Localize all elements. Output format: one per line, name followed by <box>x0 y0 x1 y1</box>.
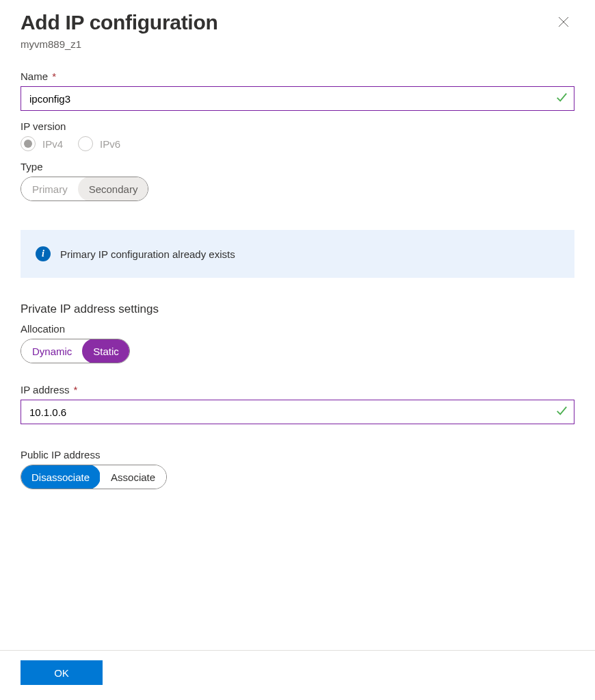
ipv4-radio-label: IPv4 <box>42 138 63 150</box>
ipv6-radio-label: IPv6 <box>100 138 120 150</box>
page-title: Add IP configuration <box>21 11 217 34</box>
public-ip-toggle[interactable]: Disassociate Associate <box>21 465 167 489</box>
check-icon <box>555 91 568 106</box>
type-secondary-button: Secondary <box>78 177 149 201</box>
required-asterisk: * <box>52 70 56 82</box>
private-ip-section-title: Private IP address settings <box>21 302 574 316</box>
public-ip-associate-button[interactable]: Associate <box>100 465 166 489</box>
required-asterisk: * <box>74 384 78 396</box>
public-ip-label: Public IP address <box>21 449 574 461</box>
name-label: Name * <box>21 70 574 82</box>
close-icon <box>557 21 570 31</box>
resource-subtitle: myvm889_z1 <box>21 38 217 50</box>
allocation-label: Allocation <box>21 323 574 335</box>
public-ip-disassociate-button[interactable]: Disassociate <box>21 465 101 489</box>
allocation-dynamic-button[interactable]: Dynamic <box>21 339 83 363</box>
allocation-static-button[interactable]: Static <box>82 339 130 363</box>
ip-address-label-text: IP address <box>21 384 69 396</box>
name-label-text: Name <box>21 70 48 82</box>
info-banner: i Primary IP configuration already exist… <box>21 230 574 278</box>
ip-address-label: IP address * <box>21 384 574 396</box>
footer-divider <box>0 650 595 651</box>
ipv6-radio: IPv6 <box>78 136 120 151</box>
radio-icon <box>78 136 93 151</box>
ip-address-input[interactable] <box>21 400 574 424</box>
info-message: Primary IP configuration already exists <box>60 248 235 260</box>
ip-version-label: IP version <box>21 120 574 132</box>
type-toggle: Primary Secondary <box>21 177 148 201</box>
ok-button[interactable]: OK <box>21 660 103 685</box>
ipv4-radio: IPv4 <box>21 136 63 151</box>
allocation-toggle[interactable]: Dynamic Static <box>21 339 130 363</box>
type-primary-button: Primary <box>21 177 79 200</box>
close-button[interactable] <box>553 11 574 35</box>
name-input[interactable] <box>21 86 574 111</box>
radio-icon <box>21 136 36 151</box>
info-icon: i <box>36 246 51 261</box>
type-label: Type <box>21 161 574 172</box>
check-icon <box>555 404 568 419</box>
